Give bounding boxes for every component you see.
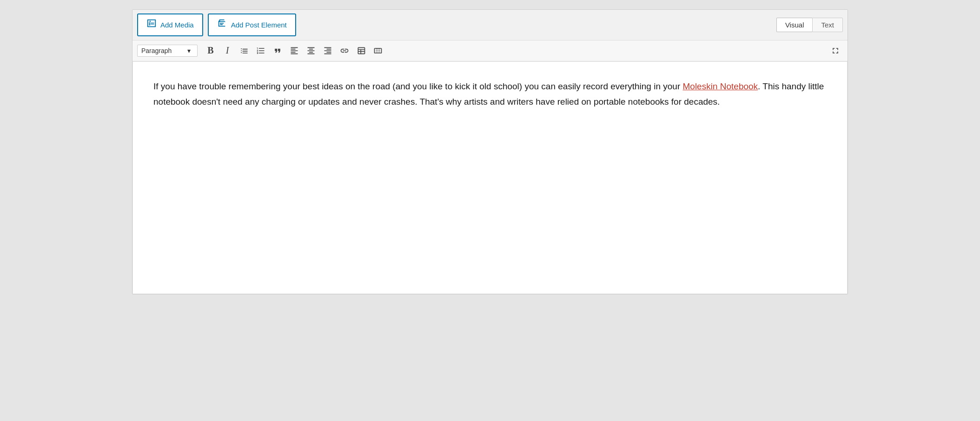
add-media-button[interactable]: Add Media bbox=[137, 13, 203, 36]
media-svg-icon bbox=[146, 18, 157, 28]
add-media-label: Add Media bbox=[160, 20, 194, 30]
content-paragraph: If you have trouble remembering your bes… bbox=[153, 79, 827, 110]
link-icon bbox=[340, 46, 349, 55]
format-select-label: Paragraph bbox=[141, 47, 172, 54]
editor-topbar: Add Media Add Post Element Visual Text bbox=[132, 10, 848, 40]
link-button[interactable] bbox=[337, 43, 352, 58]
align-left-button[interactable] bbox=[287, 43, 302, 58]
content-text-before-link: If you have trouble remembering your bes… bbox=[153, 81, 683, 91]
add-post-element-label: Add Post Element bbox=[231, 20, 287, 30]
moleskin-link[interactable]: Moleskin Notebook bbox=[683, 81, 758, 91]
editor-wrapper: Add Media Add Post Element Visual Text P… bbox=[132, 9, 848, 294]
align-center-button[interactable] bbox=[304, 43, 318, 58]
ordered-list-icon bbox=[256, 46, 265, 55]
blockquote-icon bbox=[273, 46, 282, 55]
italic-button[interactable]: I bbox=[220, 43, 235, 58]
table-button[interactable] bbox=[354, 43, 369, 58]
keyboard-button[interactable] bbox=[371, 43, 385, 58]
post-element-svg-icon bbox=[217, 18, 227, 28]
unordered-list-button[interactable] bbox=[237, 43, 252, 58]
unordered-list-icon bbox=[239, 46, 249, 55]
align-right-button[interactable] bbox=[320, 43, 335, 58]
editor-content[interactable]: If you have trouble remembering your bes… bbox=[132, 61, 848, 294]
fullscreen-icon bbox=[831, 46, 840, 55]
tab-text[interactable]: Text bbox=[812, 18, 843, 32]
chevron-down-icon: ▾ bbox=[187, 47, 191, 54]
bold-button[interactable]: B bbox=[203, 43, 218, 58]
svg-point-0 bbox=[149, 21, 151, 22]
table-icon bbox=[357, 46, 366, 55]
align-left-icon bbox=[290, 46, 299, 55]
blockquote-button[interactable] bbox=[270, 43, 285, 58]
align-right-icon bbox=[323, 46, 332, 55]
align-center-icon bbox=[306, 46, 316, 55]
tab-visual[interactable]: Visual bbox=[776, 18, 813, 32]
format-select[interactable]: Paragraph ▾ bbox=[137, 45, 198, 57]
topbar-left: Add Media Add Post Element bbox=[137, 13, 296, 36]
ordered-list-button[interactable] bbox=[253, 43, 268, 58]
view-tabs: Visual Text bbox=[776, 18, 843, 32]
add-post-element-button[interactable]: Add Post Element bbox=[208, 13, 296, 36]
fullscreen-button[interactable] bbox=[828, 43, 843, 58]
keyboard-icon bbox=[373, 46, 383, 55]
add-media-icon bbox=[146, 18, 157, 32]
editor-toolbar: Paragraph ▾ B I bbox=[132, 40, 848, 61]
add-post-element-icon bbox=[217, 18, 227, 32]
